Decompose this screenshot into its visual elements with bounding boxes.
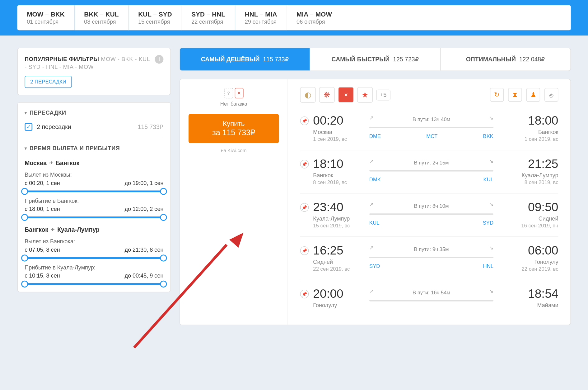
- airline-logo: ❋: [319, 87, 335, 102]
- slider-handle[interactable]: [21, 214, 28, 221]
- more-airlines-badge[interactable]: +5: [376, 89, 390, 100]
- departure-city: Куала-Лумпур: [313, 215, 365, 222]
- filters-sidebar: ПОПУЛЯРНЫЕ ФИЛЬТРЫ MOW - BKK - KUL - SYD…: [17, 48, 171, 325]
- departure-time: 23:40: [313, 201, 365, 213]
- arrival-time: 21:25: [498, 158, 558, 170]
- route-leg[interactable]: MOW – BKK01 сентября: [17, 5, 75, 31]
- arrival-time: 09:50: [498, 201, 558, 213]
- buy-section: ? ✕ Нет багажа Купить за 115 733₽ на Kiw…: [180, 79, 288, 325]
- airport-code: DMK: [369, 177, 381, 183]
- slider-handle[interactable]: [160, 254, 167, 261]
- arrival-city: Майами: [498, 302, 558, 308]
- tab-optimal[interactable]: ОПТИМАЛЬНЫЙ 122 048₽: [441, 48, 570, 70]
- flight-segment[interactable]: 📌 00:20 Москва 1 сен 2019, вс ↗В пути: 1…: [300, 107, 558, 150]
- route-leg[interactable]: MIA – MOW06 октября: [287, 5, 571, 31]
- slider-handle[interactable]: [160, 214, 167, 221]
- route-leg[interactable]: HNL – MIA29 сентября: [235, 5, 287, 31]
- chevron-down-icon: ▾: [25, 110, 27, 115]
- route-leg[interactable]: KUL – SYD15 сентября: [129, 5, 182, 31]
- arrival-date: 22 сен 2019, вс: [498, 266, 558, 272]
- buy-button[interactable]: Купить за 115 733₽: [189, 114, 279, 144]
- pin-icon[interactable]: 📌: [300, 203, 309, 212]
- takeoff-icon: ↗: [369, 288, 374, 297]
- popular-filters-card: ПОПУЛЯРНЫЕ ФИЛЬТРЫ MOW - BKK - KUL - SYD…: [17, 48, 171, 95]
- departure-time: 16:25: [313, 245, 365, 257]
- slider-label: Прибытие в Бангкок:: [25, 197, 163, 204]
- airport-code: HNL: [483, 263, 493, 269]
- tab-fastest[interactable]: САМЫЙ БЫСТРЫЙ 125 723₽: [310, 48, 441, 70]
- filters-card: ▾ПЕРЕСАДКИ ✓ 2 пересадки 115 733₽ ▾ВРЕМЯ…: [17, 102, 171, 292]
- departure-city: Сидней: [313, 259, 365, 265]
- flight-segment[interactable]: 📌 20:00 Гонолулу ↗В пути: 16ч 54м↘ 18:54…: [300, 280, 558, 317]
- slider-handle[interactable]: [21, 281, 28, 288]
- baggage-icons: ? ✕: [224, 88, 243, 98]
- no-checked-bag-icon: ✕: [235, 88, 243, 98]
- departure-date: 1 сен 2019, вс: [313, 136, 365, 142]
- takeoff-icon: ↗: [369, 115, 374, 124]
- arrival-city: Гонолулу: [498, 259, 558, 265]
- airline-logos: ◐ ❋ ✕ ★ +5: [300, 87, 390, 102]
- slider-handle[interactable]: [21, 188, 28, 195]
- departure-time: 18:10: [313, 158, 365, 170]
- transfers-section-title[interactable]: ▾ПЕРЕСАДКИ: [25, 110, 163, 116]
- range-slider[interactable]: [25, 257, 163, 259]
- departure-city: Москва: [313, 129, 365, 135]
- range-slider[interactable]: [25, 216, 163, 218]
- range-slider[interactable]: [25, 283, 163, 285]
- filter-chip-transfers[interactable]: 2 ПЕРЕСАДКИ: [25, 76, 72, 88]
- airport-code: DME: [369, 133, 381, 139]
- slider-handle[interactable]: [21, 254, 28, 261]
- checkbox-checked-icon[interactable]: ✓: [25, 123, 32, 131]
- departure-city: Гонолулу: [313, 302, 365, 308]
- route-line: [369, 300, 493, 301]
- range-slider[interactable]: [25, 191, 163, 193]
- duration-label: В пути: 2ч 15м: [414, 160, 449, 166]
- route-leg[interactable]: BKK – KUL08 сентября: [75, 5, 129, 31]
- landing-icon: ↘: [489, 115, 493, 124]
- route-leg[interactable]: SYD – HNL22 сентября: [182, 5, 235, 31]
- time-section-title[interactable]: ▾ВРЕМЯ ВЫЛЕТА И ПРИБЫТИЯ: [25, 145, 163, 152]
- checkbox-price: 115 733₽: [138, 123, 164, 130]
- info-icon[interactable]: i: [155, 55, 164, 64]
- hourglass-icon[interactable]: ⧗: [508, 88, 522, 102]
- takeoff-icon: ↗: [369, 201, 374, 211]
- arrival-date: 8 сен 2019, вс: [498, 179, 558, 185]
- landing-icon: ↘: [489, 245, 493, 254]
- flight-segment[interactable]: 📌 23:40 Куала-Лумпур 15 сен 2019, вс ↗В …: [300, 193, 558, 237]
- slider-handle[interactable]: [160, 281, 167, 288]
- route-line: [369, 257, 493, 258]
- flight-result-card: ? ✕ Нет багажа Купить за 115 733₽ на Kiw…: [180, 79, 571, 325]
- pin-icon[interactable]: 📌: [300, 160, 309, 169]
- slider-handle[interactable]: [160, 188, 167, 195]
- plane-icon: ✈: [51, 227, 55, 232]
- flight-segment[interactable]: 📌 16:25 Сидней 22 сен 2019, вс ↗В пути: …: [300, 237, 558, 280]
- airline-logo: ◐: [300, 87, 316, 102]
- departure-city: Бангкок: [313, 172, 365, 178]
- slider-label: Прибытие в Куала-Лумпур:: [25, 264, 163, 271]
- seat-icon[interactable]: ♟: [526, 88, 540, 102]
- airport-code: KUL: [483, 177, 493, 183]
- duration-label: В пути: 13ч 40м: [413, 117, 450, 122]
- takeoff-icon: ↗: [369, 245, 374, 254]
- filter-route-label: Бангкок✈Куала-Лумпур: [25, 226, 163, 233]
- pin-icon[interactable]: 📌: [300, 290, 309, 298]
- popular-filters-title: ПОПУЛЯРНЫЕ ФИЛЬТРЫ: [25, 56, 99, 62]
- sort-tabs: САМЫЙ ДЕШЁВЫЙ 115 733₽ САМЫЙ БЫСТРЫЙ 125…: [180, 48, 571, 71]
- flight-segment[interactable]: 📌 18:10 Бангкок 8 сен 2019, вс ↗В пути: …: [300, 150, 558, 193]
- landing-icon: ↘: [489, 201, 493, 211]
- tab-cheapest[interactable]: САМЫЙ ДЕШЁВЫЙ 115 733₽: [180, 48, 310, 70]
- airport-code: BKK: [483, 133, 493, 139]
- share-icon[interactable]: ⎋: [544, 88, 558, 102]
- pin-icon[interactable]: 📌: [300, 117, 309, 125]
- refresh-icon[interactable]: ↻: [490, 88, 504, 102]
- arrival-city: Бангкок: [498, 129, 558, 135]
- filter-route-label: Москва✈Бангкок: [25, 159, 163, 166]
- chevron-down-icon: ▾: [25, 146, 27, 150]
- transfers-checkbox-row[interactable]: ✓ 2 пересадки 115 733₽: [25, 123, 163, 131]
- arrival-date: 1 сен 2019, вс: [498, 136, 558, 142]
- results-main: САМЫЙ ДЕШЁВЫЙ 115 733₽ САМЫЙ БЫСТРЫЙ 125…: [180, 48, 571, 325]
- arrival-time: 18:54: [498, 288, 558, 300]
- airport-code: SYD: [369, 263, 380, 269]
- pin-icon[interactable]: 📌: [300, 246, 309, 255]
- segments-list: ◐ ❋ ✕ ★ +5 ↻ ⧗ ♟ ⎋ 📌 00:20 М: [288, 79, 571, 325]
